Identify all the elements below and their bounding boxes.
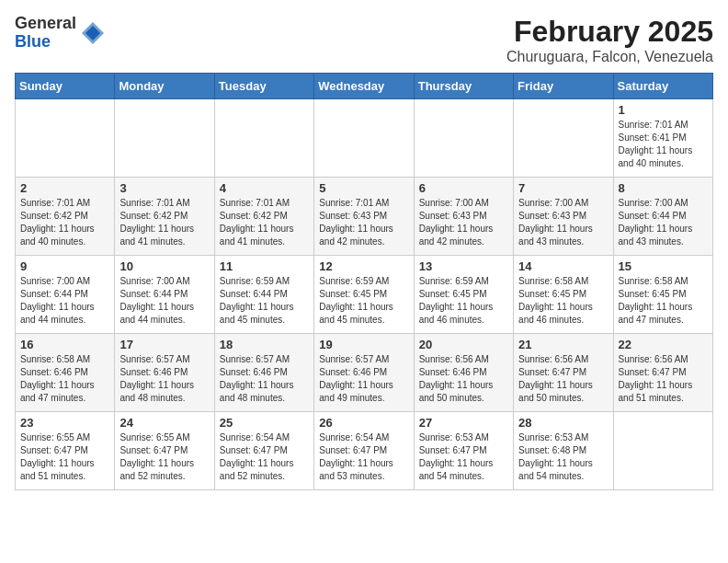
day-number: 1 [619,103,708,117]
day-number: 10 [119,259,209,273]
day-cell [514,99,613,178]
header: General Blue February 2025 Churuguara, F… [15,15,713,65]
day-info: Sunrise: 7:00 AM Sunset: 6:44 PM Dayligh… [119,275,209,327]
day-header-friday: Friday [514,74,613,99]
location-title: Churuguara, Falcon, Venezuela [506,49,713,65]
day-info: Sunrise: 6:57 AM Sunset: 6:46 PM Dayligh… [220,353,309,405]
day-number: 20 [419,338,508,351]
day-info: Sunrise: 7:01 AM Sunset: 6:41 PM Dayligh… [619,119,708,170]
day-cell: 13Sunrise: 6:59 AM Sunset: 6:45 PM Dayli… [414,256,513,334]
day-number: 28 [518,416,608,430]
day-cell [115,99,214,178]
day-info: Sunrise: 7:00 AM Sunset: 6:44 PM Dayligh… [619,197,708,248]
logo-general: General [15,15,76,33]
day-number: 23 [20,416,109,430]
day-cell: 7Sunrise: 7:00 AM Sunset: 6:43 PM Daylig… [514,178,613,256]
day-info: Sunrise: 6:57 AM Sunset: 6:46 PM Dayligh… [319,353,408,405]
day-number: 7 [518,181,608,195]
day-cell: 28Sunrise: 6:53 AM Sunset: 6:48 PM Dayli… [514,412,613,490]
day-number: 9 [20,259,109,273]
day-number: 11 [220,259,309,273]
calendar-table: SundayMondayTuesdayWednesdayThursdayFrid… [15,73,713,490]
day-number: 25 [220,416,309,430]
day-info: Sunrise: 6:54 AM Sunset: 6:47 PM Dayligh… [319,431,408,483]
header-row: SundayMondayTuesdayWednesdayThursdayFrid… [16,74,713,99]
day-header-monday: Monday [115,74,214,99]
day-header-sunday: Sunday [16,74,115,99]
day-number: 24 [119,416,209,430]
day-info: Sunrise: 6:55 AM Sunset: 6:47 PM Dayligh… [119,431,209,483]
day-header-saturday: Saturday [613,74,712,99]
day-info: Sunrise: 6:57 AM Sunset: 6:46 PM Dayligh… [119,353,209,405]
day-info: Sunrise: 7:01 AM Sunset: 6:42 PM Dayligh… [119,197,209,248]
logo-icon [80,20,106,46]
day-number: 2 [20,181,109,195]
day-info: Sunrise: 7:00 AM Sunset: 6:44 PM Dayligh… [20,275,109,327]
day-header-thursday: Thursday [414,74,513,99]
week-row-2: 2Sunrise: 7:01 AM Sunset: 6:42 PM Daylig… [16,178,713,256]
day-info: Sunrise: 6:54 AM Sunset: 6:47 PM Dayligh… [220,431,309,483]
day-cell: 19Sunrise: 6:57 AM Sunset: 6:46 PM Dayli… [314,334,414,412]
day-cell: 23Sunrise: 6:55 AM Sunset: 6:47 PM Dayli… [16,412,115,490]
day-cell: 22Sunrise: 6:56 AM Sunset: 6:47 PM Dayli… [613,334,712,412]
day-info: Sunrise: 6:59 AM Sunset: 6:45 PM Dayligh… [419,275,508,327]
logo-blue: Blue [15,33,76,52]
day-number: 19 [319,338,408,351]
week-row-5: 23Sunrise: 6:55 AM Sunset: 6:47 PM Dayli… [16,412,713,490]
day-cell: 26Sunrise: 6:54 AM Sunset: 6:47 PM Dayli… [314,412,414,490]
day-number: 21 [518,338,608,351]
week-row-3: 9Sunrise: 7:00 AM Sunset: 6:44 PM Daylig… [16,256,713,334]
day-cell: 3Sunrise: 7:01 AM Sunset: 6:42 PM Daylig… [115,178,214,256]
day-number: 8 [619,181,708,195]
day-cell: 9Sunrise: 7:00 AM Sunset: 6:44 PM Daylig… [16,256,115,334]
day-number: 13 [419,259,508,273]
day-cell: 21Sunrise: 6:56 AM Sunset: 6:47 PM Dayli… [514,334,613,412]
day-number: 15 [619,259,708,273]
day-cell: 14Sunrise: 6:58 AM Sunset: 6:45 PM Dayli… [514,256,613,334]
day-cell: 5Sunrise: 7:01 AM Sunset: 6:43 PM Daylig… [314,178,414,256]
day-info: Sunrise: 6:58 AM Sunset: 6:46 PM Dayligh… [20,353,109,405]
day-number: 12 [319,259,408,273]
day-info: Sunrise: 6:59 AM Sunset: 6:45 PM Dayligh… [319,275,408,327]
day-cell: 20Sunrise: 6:56 AM Sunset: 6:46 PM Dayli… [414,334,513,412]
day-info: Sunrise: 7:00 AM Sunset: 6:43 PM Dayligh… [518,197,608,248]
logo: General Blue [15,15,106,52]
day-number: 26 [319,416,408,430]
day-info: Sunrise: 6:53 AM Sunset: 6:48 PM Dayligh… [518,431,608,483]
day-number: 16 [20,338,109,351]
day-number: 27 [419,416,508,430]
day-number: 22 [619,338,708,351]
day-number: 3 [119,181,209,195]
day-info: Sunrise: 6:55 AM Sunset: 6:47 PM Dayligh… [20,431,109,483]
day-number: 14 [518,259,608,273]
day-header-wednesday: Wednesday [314,74,414,99]
day-cell: 27Sunrise: 6:53 AM Sunset: 6:47 PM Dayli… [414,412,513,490]
day-cell: 11Sunrise: 6:59 AM Sunset: 6:44 PM Dayli… [214,256,313,334]
day-cell [314,99,414,178]
day-cell: 17Sunrise: 6:57 AM Sunset: 6:46 PM Dayli… [115,334,214,412]
day-number: 6 [419,181,508,195]
week-row-1: 1Sunrise: 7:01 AM Sunset: 6:41 PM Daylig… [16,99,713,178]
day-cell [414,99,513,178]
day-cell: 10Sunrise: 7:00 AM Sunset: 6:44 PM Dayli… [115,256,214,334]
day-cell: 8Sunrise: 7:00 AM Sunset: 6:44 PM Daylig… [613,178,712,256]
day-cell: 1Sunrise: 7:01 AM Sunset: 6:41 PM Daylig… [613,99,712,178]
day-number: 5 [319,181,408,195]
day-info: Sunrise: 6:56 AM Sunset: 6:46 PM Dayligh… [419,353,508,405]
day-cell [613,412,712,490]
day-info: Sunrise: 6:53 AM Sunset: 6:47 PM Dayligh… [419,431,508,483]
day-number: 18 [220,338,309,351]
day-cell: 25Sunrise: 6:54 AM Sunset: 6:47 PM Dayli… [214,412,313,490]
day-info: Sunrise: 7:01 AM Sunset: 6:43 PM Dayligh… [319,197,408,248]
day-info: Sunrise: 7:00 AM Sunset: 6:43 PM Dayligh… [419,197,508,248]
day-cell: 15Sunrise: 6:58 AM Sunset: 6:45 PM Dayli… [613,256,712,334]
day-cell: 18Sunrise: 6:57 AM Sunset: 6:46 PM Dayli… [214,334,313,412]
day-info: Sunrise: 6:56 AM Sunset: 6:47 PM Dayligh… [619,353,708,405]
day-info: Sunrise: 6:58 AM Sunset: 6:45 PM Dayligh… [619,275,708,327]
title-area: February 2025 Churuguara, Falcon, Venezu… [506,15,713,65]
day-cell [16,99,115,178]
day-cell: 6Sunrise: 7:00 AM Sunset: 6:43 PM Daylig… [414,178,513,256]
week-row-4: 16Sunrise: 6:58 AM Sunset: 6:46 PM Dayli… [16,334,713,412]
day-info: Sunrise: 6:56 AM Sunset: 6:47 PM Dayligh… [518,353,608,405]
day-info: Sunrise: 7:01 AM Sunset: 6:42 PM Dayligh… [220,197,309,248]
